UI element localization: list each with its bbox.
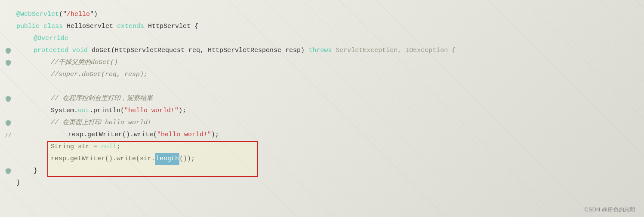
token: class (43, 21, 67, 33)
token: null (101, 141, 117, 153)
code-content: @Override (16, 33, 68, 45)
token: /hello (67, 9, 90, 21)
code-content: resp.getWriter().write("hello world!"); (16, 129, 219, 141)
code-line: } (0, 165, 644, 177)
code-line: } (0, 177, 644, 189)
code-content: //super.doGet(req, resp); (16, 69, 148, 81)
token: length (155, 153, 179, 165)
token: resp.getWriter().write( (68, 129, 157, 141)
token: (HttpServletRequest req, HttpServletResp… (111, 45, 308, 57)
token: ); (179, 105, 186, 117)
code-content: //干掉父类的doGet() (16, 57, 118, 69)
token: //super.doGet(req, resp); (51, 69, 148, 81)
code-content: protected void doGet(HttpServletRequest … (16, 45, 456, 57)
token: ") (90, 9, 98, 21)
code-line: resp.getWriter().write(str.length()); (0, 153, 644, 165)
token: out (78, 105, 89, 117)
code-line: public class HelloServlet extends HttpSe… (0, 21, 644, 33)
code-content: System.out.println("hello world!"); (16, 105, 186, 117)
code-line: //resp.getWriter().write("hello world!")… (0, 129, 644, 141)
code-line: protected void doGet(HttpServletRequest … (0, 45, 644, 57)
token: // 在程序控制台里打印，观察结果 (51, 93, 153, 105)
code-line: // 在程序控制台里打印，观察结果 (0, 93, 644, 105)
token: "hello world!" (157, 129, 211, 141)
token: .println( (89, 105, 124, 117)
token: (" (59, 9, 67, 21)
gutter-cell (0, 59, 16, 66)
gutter-cell: // (0, 129, 16, 141)
token: resp.getWriter().write(str. (51, 153, 155, 165)
code-line (0, 81, 644, 93)
token: ()); (179, 153, 195, 165)
token: ServletException, IOException { (336, 45, 456, 57)
code-content: @WebServlet("/hello") (16, 9, 98, 21)
code-line: @Override (0, 33, 644, 45)
token: HttpServlet { (148, 21, 198, 33)
token: // 在页面上打印 hello world! (51, 117, 151, 129)
gutter-cell (0, 95, 16, 102)
token: extends (117, 21, 148, 33)
gutter-cell (0, 168, 16, 174)
token: HelloServlet (67, 21, 117, 33)
token: System. (51, 105, 78, 117)
token: throws (308, 45, 336, 57)
token: void (72, 45, 92, 57)
token: } (34, 165, 37, 177)
code-content: public class HelloServlet extends HttpSe… (16, 21, 198, 33)
token: @WebServlet (16, 9, 59, 21)
code-line: //super.doGet(req, resp); (0, 69, 644, 81)
code-line: @WebServlet("/hello") (0, 9, 644, 21)
token: String str = (51, 141, 101, 153)
token: //干掉父类的doGet() (51, 57, 118, 69)
token: protected (34, 45, 72, 57)
code-content: } (16, 165, 37, 177)
token: ; (117, 141, 120, 153)
token: @Override (34, 33, 68, 45)
code-line: //干掉父类的doGet() (0, 57, 644, 69)
token: } (16, 177, 20, 189)
code-content: String str = null; (16, 141, 120, 153)
code-content: // 在页面上打印 hello world! (16, 117, 151, 129)
code-line: String str = null; (0, 141, 644, 153)
code-content: } (16, 177, 20, 189)
token: ); (211, 129, 219, 141)
token: "hello world!" (124, 105, 179, 117)
gutter-cell (0, 47, 16, 54)
watermark: CSDN @粉色的志明 (584, 206, 635, 214)
token: public (16, 21, 43, 33)
code-line: System.out.println("hello world!"); (0, 105, 644, 117)
gutter-cell (0, 119, 16, 126)
code-editor: @WebServlet("/hello")public class HelloS… (0, 0, 644, 217)
code-content: resp.getWriter().write(str.length()); (16, 153, 195, 165)
token: doGet (92, 45, 111, 57)
code-content: // 在程序控制台里打印，观察结果 (16, 93, 153, 105)
code-line: // 在页面上打印 hello world! (0, 117, 644, 129)
